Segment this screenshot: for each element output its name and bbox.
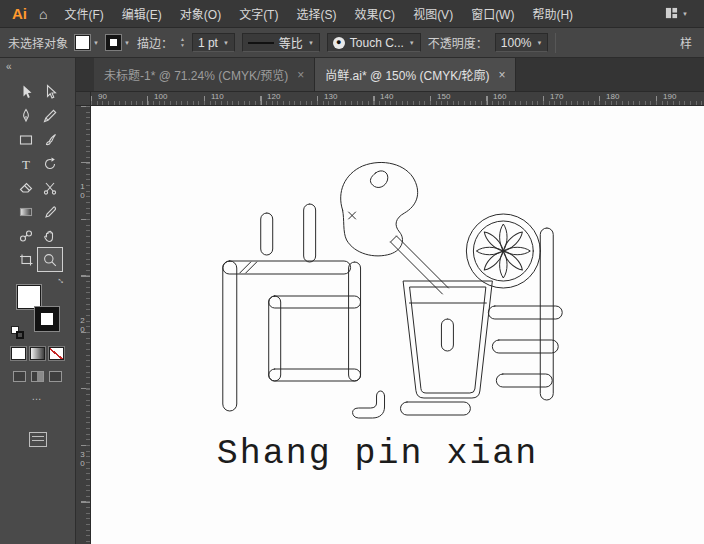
stroke-line-preview-icon <box>248 42 274 44</box>
fill-color-swatch[interactable] <box>17 285 41 309</box>
app-logo: Ai <box>0 5 37 22</box>
ruler-origin-corner[interactable] <box>76 92 91 106</box>
eraser-tool[interactable] <box>14 176 38 199</box>
opacity-label: 不透明度： <box>428 34 488 51</box>
ruler-label: 140 <box>380 92 393 101</box>
color-button[interactable] <box>11 347 26 360</box>
menu-bar: Ai ⌂ 文件(F) 编辑(E) 对象(O) 文字(T) 选择(S) 效果(C)… <box>0 0 704 28</box>
chevron-down-icon: ▼ <box>223 40 229 46</box>
collapse-panel-icon[interactable]: « <box>0 58 75 76</box>
none-button[interactable] <box>49 347 64 360</box>
hand-tool[interactable] <box>38 224 62 247</box>
paintbrush-tool[interactable] <box>38 128 62 151</box>
ruler-label: 190 <box>663 92 676 101</box>
close-icon[interactable]: × <box>498 68 505 82</box>
selection-status: 未选择对象 <box>8 34 68 51</box>
rectangle-tool[interactable] <box>14 128 38 151</box>
logo-caption[interactable]: Shang pin xian <box>217 434 539 474</box>
gradient-button[interactable] <box>30 347 45 360</box>
brush-dropdown[interactable]: ● Touch C... ▼ <box>327 33 421 52</box>
opacity-value: 100% <box>501 36 532 50</box>
tab-untitled-1[interactable]: 未标题-1* @ 71.24% (CMYK/预览) × <box>94 58 315 91</box>
menu-window[interactable]: 窗口(W) <box>462 0 523 27</box>
swap-fill-stroke-icon[interactable]: ↔ <box>54 272 69 287</box>
stroke-weight-field[interactable]: 1 pt ▼ <box>192 33 235 52</box>
home-icon[interactable]: ⌂ <box>39 6 47 22</box>
chevron-down-icon: ▼ <box>124 40 130 46</box>
rotate-tool[interactable] <box>38 152 62 175</box>
citrus-wheel <box>466 214 540 288</box>
fill-swatch[interactable] <box>75 35 90 50</box>
draw-behind-button[interactable] <box>31 371 44 382</box>
document-tabbar: 未标题-1* @ 71.24% (CMYK/预览) × 尚鲜.ai* @ 150… <box>76 58 704 92</box>
stroke-color-swatch[interactable] <box>35 307 59 331</box>
tools-panel: « T ↔ <box>0 58 76 544</box>
ruler-label: 170 <box>550 92 563 101</box>
glass <box>403 281 492 398</box>
fill-swatch-dropdown[interactable]: ▼ <box>75 35 99 50</box>
default-stroke-icon <box>16 331 24 339</box>
type-tool[interactable]: T <box>14 152 38 175</box>
menu-edit[interactable]: 编辑(E) <box>113 0 171 27</box>
hook-stroke <box>353 391 385 418</box>
artboard-tool[interactable] <box>14 248 38 271</box>
divider <box>555 33 556 53</box>
gradient-tool[interactable] <box>14 200 38 223</box>
stroke-weight-label: 描边： <box>137 34 173 51</box>
ruler-label: 20 <box>78 316 87 334</box>
paint-style-row <box>0 347 75 360</box>
menu-select[interactable]: 选择(S) <box>287 0 345 27</box>
workspace-switcher[interactable]: ▼ <box>665 7 704 20</box>
menu-object[interactable]: 对象(O) <box>171 0 230 27</box>
ruler-label: 120 <box>267 92 280 101</box>
eyedropper-tool[interactable] <box>38 200 62 223</box>
direct-selection-tool[interactable] <box>38 80 62 103</box>
pencil-tool[interactable] <box>38 104 62 127</box>
ruler-label: 150 <box>437 92 450 101</box>
control-bar: 未选择对象 ▼ ▼ 描边： ▲ ▼ 1 pt ▼ 等比 ▼ ● Touch C.… <box>0 28 704 58</box>
ruler-label: 30 <box>78 450 87 468</box>
chevron-down-icon: ▼ <box>93 40 99 46</box>
artboard-canvas[interactable]: Shang pin xian <box>91 106 704 544</box>
illustrator-window: Ai ⌂ 文件(F) 编辑(E) 对象(O) 文字(T) 选择(S) 效果(C)… <box>0 0 704 544</box>
menu-effect[interactable]: 效果(C) <box>345 0 404 27</box>
pen-tool[interactable] <box>14 104 38 127</box>
logo-artwork[interactable]: Shang pin xian <box>217 162 562 474</box>
scissors-tool[interactable] <box>38 176 62 199</box>
x-marker <box>349 212 356 219</box>
fill-stroke-widget: ↔ <box>15 283 61 333</box>
zoom-tool[interactable] <box>38 248 62 271</box>
opacity-dropdown[interactable]: 100% ▼ <box>495 33 549 52</box>
blend-tool[interactable] <box>14 224 38 247</box>
horizontal-ruler[interactable]: 90 100 110 120 130 140 150 160 170 180 1… <box>91 92 704 106</box>
selection-tool[interactable] <box>14 80 38 103</box>
ruler-label: 180 <box>606 92 619 101</box>
chevron-down-icon: ▼ <box>537 40 543 46</box>
screen-mode-icon[interactable] <box>29 432 47 447</box>
draw-inside-button[interactable] <box>49 371 62 382</box>
default-colors-icon[interactable] <box>11 326 24 339</box>
blob-shape <box>341 162 418 255</box>
ruler-row: 90 100 110 120 130 140 150 160 170 180 1… <box>76 92 704 106</box>
stroke-swatch[interactable] <box>106 35 121 50</box>
ice-pill <box>441 319 453 351</box>
workspace-grid-icon <box>665 7 678 20</box>
left-character-strokes <box>223 204 361 411</box>
stroke-weight-stepper[interactable]: ▲ ▼ <box>180 37 185 48</box>
menu-file[interactable]: 文件(F) <box>55 0 112 27</box>
more-tools-icon[interactable]: … <box>0 391 75 402</box>
tab-shangxian-ai[interactable]: 尚鲜.ai* @ 150% (CMYK/轮廓) × <box>315 58 516 91</box>
style-label[interactable]: 样 <box>680 34 696 51</box>
width-profile-value: 等比 <box>279 34 303 51</box>
vertical-ruler[interactable]: 10 20 30 <box>76 106 91 544</box>
stroke-swatch-dropdown[interactable]: ▼ <box>106 35 130 50</box>
menu-view[interactable]: 视图(V) <box>404 0 462 27</box>
close-icon[interactable]: × <box>297 68 304 82</box>
menu-help[interactable]: 帮助(H) <box>523 0 582 27</box>
spin-down-icon[interactable]: ▼ <box>180 43 185 48</box>
draw-normal-button[interactable] <box>13 371 26 382</box>
brush-name: Touch C... <box>350 36 404 50</box>
width-profile-dropdown[interactable]: 等比 ▼ <box>242 33 320 52</box>
menu-type[interactable]: 文字(T) <box>230 0 287 27</box>
straw <box>391 236 449 294</box>
